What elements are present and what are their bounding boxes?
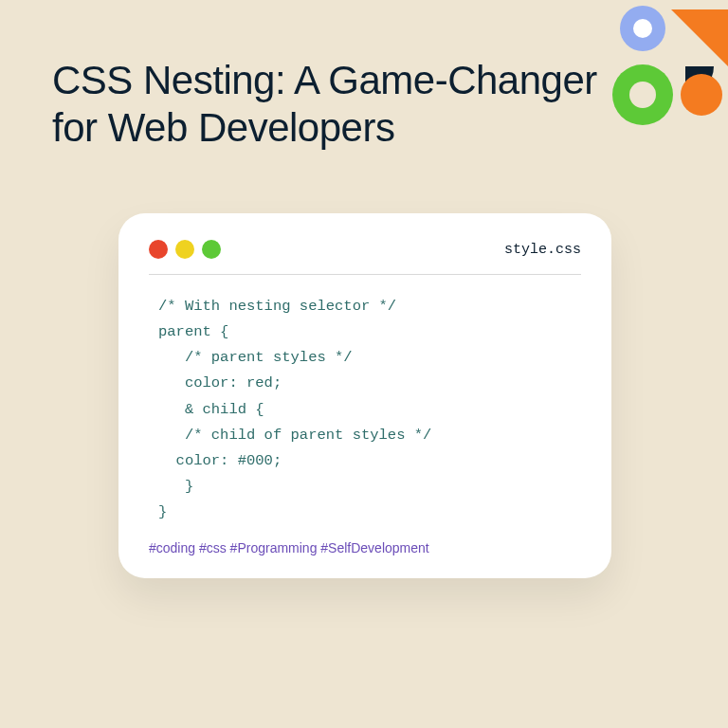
hashtags: #coding #css #Programming #SelfDevelopme…	[149, 540, 581, 555]
window-controls	[149, 240, 221, 259]
card-header: style.css	[149, 240, 581, 275]
code-block: /* With nesting selector */ parent { /* …	[149, 294, 581, 537]
filename-label: style.css	[504, 242, 581, 258]
close-icon	[149, 240, 168, 259]
maximize-icon	[202, 240, 221, 259]
svg-point-4	[629, 82, 656, 108]
code-card: style.css /* With nesting selector */ pa…	[118, 213, 611, 578]
page-title: CSS Nesting: A Game-Changer for Web Deve…	[52, 57, 602, 153]
minimize-icon	[175, 240, 194, 259]
svg-point-1	[633, 19, 652, 38]
